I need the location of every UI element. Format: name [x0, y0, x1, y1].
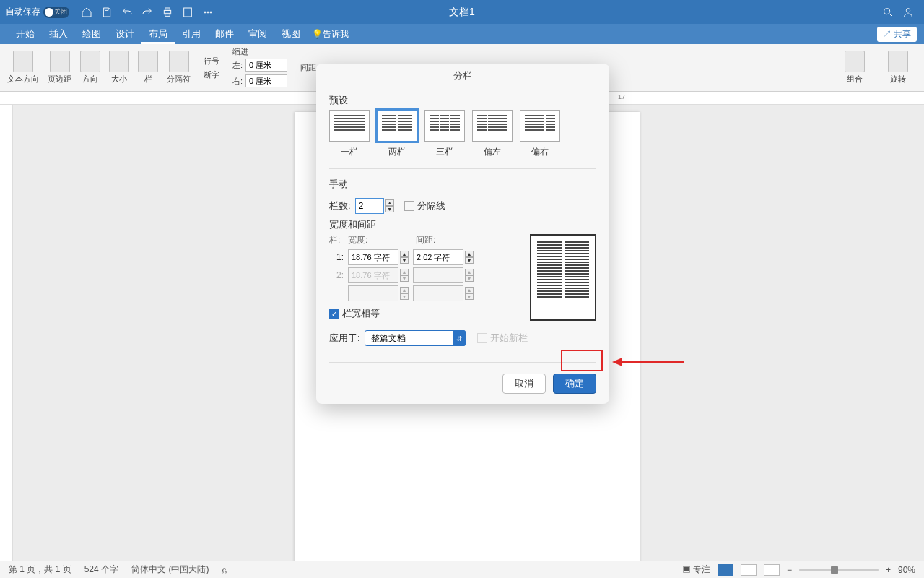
- search-icon[interactable]: [881, 5, 895, 20]
- column-row-1: 1: ▲▼ ▲▼: [329, 249, 520, 265]
- zoom-slider[interactable]: [799, 569, 879, 571]
- preset-one[interactable]: 一栏: [329, 110, 370, 158]
- svg-marker-10: [612, 358, 622, 366]
- print-layout-view[interactable]: [718, 564, 733, 576]
- tab-review[interactable]: 审阅: [241, 24, 274, 44]
- outline-view[interactable]: [741, 564, 757, 576]
- preset-left[interactable]: 偏左: [472, 110, 513, 158]
- svg-rect-2: [165, 13, 170, 16]
- tab-insert[interactable]: 插入: [42, 24, 75, 44]
- web-layout-view[interactable]: [764, 564, 780, 576]
- manual-label: 手动: [316, 172, 609, 194]
- hyphenation-button[interactable]: 断字: [204, 69, 219, 80]
- more-icon[interactable]: [201, 5, 215, 20]
- equal-width-label: 栏宽相等: [342, 307, 380, 320]
- ok-button[interactable]: 确定: [553, 374, 596, 394]
- tab-home[interactable]: 开始: [9, 24, 42, 44]
- template-icon[interactable]: [180, 5, 195, 20]
- svg-point-8: [906, 8, 910, 12]
- col1-spacing-input[interactable]: [413, 249, 463, 265]
- equal-width-checkbox[interactable]: ✓: [329, 309, 339, 319]
- home-icon[interactable]: [79, 5, 94, 20]
- columns-dialog: 分栏 预设 一栏 两栏 三栏 偏左 偏右 手动 栏数: ▲▼ 分隔线 宽度和间距…: [316, 64, 609, 404]
- rotate-button[interactable]: 旋转: [888, 51, 908, 85]
- column-row-2: 2: ▲▼ ▲▼: [329, 267, 520, 283]
- title-bar: 自动保存 关闭 文档1: [0, 0, 924, 24]
- word-count[interactable]: 524 个字: [84, 564, 118, 576]
- text-direction-button[interactable]: 文本方向: [7, 51, 39, 85]
- status-bar: 第 1 页，共 1 页 524 个字 简体中文 (中国大陆) ⎌ ▣ 专注 − …: [0, 561, 924, 578]
- col2-spacing-input: [413, 267, 463, 283]
- svg-point-4: [204, 12, 206, 13]
- col1-width-input[interactable]: [348, 249, 398, 265]
- svg-rect-3: [184, 8, 192, 17]
- tab-mailings[interactable]: 邮件: [208, 24, 241, 44]
- start-new-column-checkbox: [477, 333, 487, 343]
- autosave-label: 自动保存: [6, 6, 40, 18]
- svg-point-6: [210, 12, 212, 13]
- chevron-down-icon: ⇵: [453, 330, 466, 346]
- print-icon[interactable]: [160, 5, 175, 20]
- orientation-button[interactable]: 方向: [80, 51, 100, 85]
- document-title: 文档1: [449, 6, 475, 19]
- cancel-button[interactable]: 取消: [502, 374, 546, 394]
- columns-count-stepper[interactable]: ▲▼: [385, 199, 394, 212]
- svg-point-7: [884, 8, 890, 14]
- track-changes-icon[interactable]: ⎌: [222, 565, 227, 575]
- undo-icon[interactable]: [120, 5, 134, 20]
- tab-layout[interactable]: 布局: [141, 24, 175, 44]
- tab-view[interactable]: 视图: [274, 24, 308, 44]
- focus-mode[interactable]: ▣ 专注: [682, 564, 710, 576]
- share-button[interactable]: ↗ 共享: [877, 27, 917, 42]
- width-spacing-label: 宽度和间距: [329, 218, 596, 231]
- tell-me[interactable]: 💡 告诉我: [312, 28, 349, 40]
- columns-count-input[interactable]: [355, 198, 384, 214]
- apply-to-label: 应用于:: [329, 332, 360, 345]
- preset-right[interactable]: 偏右: [520, 110, 560, 158]
- indent-right-input[interactable]: [245, 74, 287, 87]
- col2-width-input: [348, 267, 398, 283]
- line-numbers-button[interactable]: 行号: [204, 56, 219, 66]
- tab-draw[interactable]: 绘图: [75, 24, 108, 44]
- presets-label: 预设: [316, 88, 609, 110]
- margins-button[interactable]: 页边距: [48, 51, 71, 85]
- separator-checkbox[interactable]: [404, 201, 414, 211]
- columns-preview: [530, 234, 596, 321]
- vertical-ruler: [0, 105, 13, 561]
- language-status[interactable]: 简体中文 (中国大陆): [131, 564, 209, 576]
- start-new-column-label: 开始新栏: [490, 332, 528, 345]
- size-button[interactable]: 大小: [109, 51, 129, 85]
- spacing-label: 间距: [300, 62, 316, 73]
- preset-two[interactable]: 两栏: [377, 110, 417, 158]
- ribbon-tabs: 开始 插入 绘图 设计 布局 引用 邮件 审阅 视图 💡 告诉我 ↗ 共享: [0, 24, 924, 44]
- redo-icon[interactable]: [140, 5, 154, 20]
- dialog-title: 分栏: [316, 64, 609, 88]
- columns-button[interactable]: 栏: [138, 51, 158, 85]
- preset-three[interactable]: 三栏: [424, 110, 465, 158]
- zoom-level[interactable]: 90%: [898, 565, 915, 575]
- separator-label: 分隔线: [417, 199, 445, 212]
- autosave-toggle[interactable]: 关闭: [43, 7, 69, 18]
- tab-references[interactable]: 引用: [175, 24, 208, 44]
- svg-rect-1: [165, 8, 170, 10]
- tab-design[interactable]: 设计: [108, 24, 141, 44]
- apply-to-select[interactable]: 整篇文档: [365, 330, 466, 346]
- zoom-in[interactable]: +: [886, 565, 891, 575]
- group-button[interactable]: 组合: [845, 51, 865, 85]
- breaks-button[interactable]: 分隔符: [167, 51, 191, 85]
- page-status[interactable]: 第 1 页，共 1 页: [9, 564, 71, 576]
- arrow-callout: [612, 355, 684, 371]
- zoom-out[interactable]: −: [787, 565, 792, 575]
- indent-left-input[interactable]: [245, 59, 287, 72]
- indent-label: 缩进: [232, 46, 287, 57]
- svg-point-5: [207, 12, 209, 13]
- column-row-3: ▲▼ ▲▼: [329, 285, 520, 301]
- save-icon[interactable]: [100, 5, 114, 20]
- columns-count-label: 栏数:: [329, 199, 351, 212]
- account-icon[interactable]: [901, 5, 915, 20]
